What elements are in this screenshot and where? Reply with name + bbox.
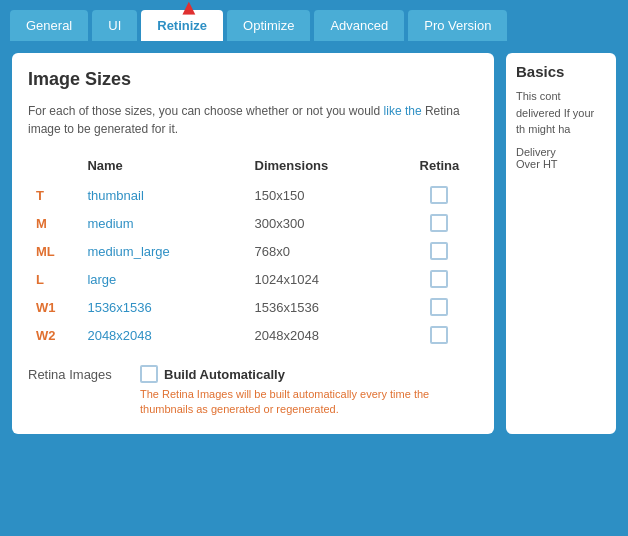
tab-bar: ▼ General UI Retinize Optimize Advanced … xyxy=(0,0,628,41)
row-name: large xyxy=(79,265,246,293)
row-retina-checkbox[interactable] xyxy=(430,214,448,232)
row-dimensions: 768x0 xyxy=(247,237,401,265)
tab-advanced[interactable]: Advanced xyxy=(314,10,404,41)
row-dimensions: 1536x1536 xyxy=(247,293,401,321)
row-retina-checkbox-cell[interactable] xyxy=(401,181,478,209)
right-panel: Basics This cont delivered If your th mi… xyxy=(506,53,616,434)
retina-images-label: Retina Images xyxy=(28,365,128,382)
build-auto-text: Build Automatically xyxy=(164,367,285,382)
row-name-link[interactable]: 2048x2048 xyxy=(87,328,151,343)
right-panel-link-2: Over HT xyxy=(516,158,606,170)
table-row: W2 2048x2048 2048x2048 xyxy=(28,321,478,349)
tab-pro-version[interactable]: Pro Version xyxy=(408,10,507,41)
row-shortcode: T xyxy=(28,181,79,209)
col-header-name: Name xyxy=(79,154,246,181)
row-name-link[interactable]: medium_large xyxy=(87,244,169,259)
main-content: Image Sizes For each of those sizes, you… xyxy=(0,41,628,446)
row-retina-checkbox[interactable] xyxy=(430,326,448,344)
row-retina-checkbox[interactable] xyxy=(430,186,448,204)
row-retina-checkbox-cell[interactable] xyxy=(401,265,478,293)
arrow-indicator: ▼ xyxy=(178,0,200,20)
build-auto-checkbox[interactable] xyxy=(140,365,158,383)
col-header-dimensions: Dimensions xyxy=(247,154,401,181)
row-shortcode: L xyxy=(28,265,79,293)
row-retina-checkbox[interactable] xyxy=(430,270,448,288)
row-retina-checkbox-cell[interactable] xyxy=(401,237,478,265)
table-row: T thumbnail 150x150 xyxy=(28,181,478,209)
sizes-table: Name Dimensions Retina T thumbnail 150x1… xyxy=(28,154,478,349)
row-retina-checkbox-cell[interactable] xyxy=(401,321,478,349)
row-name: 2048x2048 xyxy=(79,321,246,349)
tab-optimize[interactable]: Optimize xyxy=(227,10,310,41)
build-auto-desc: The Retina Images will be built automati… xyxy=(140,387,478,418)
row-retina-checkbox-cell[interactable] xyxy=(401,209,478,237)
row-name-link[interactable]: medium xyxy=(87,216,133,231)
row-retina-checkbox-cell[interactable] xyxy=(401,293,478,321)
row-retina-checkbox[interactable] xyxy=(430,242,448,260)
build-auto-section: Build Automatically The Retina Images wi… xyxy=(140,365,478,418)
row-name-link[interactable]: large xyxy=(87,272,116,287)
tab-general[interactable]: General xyxy=(10,10,88,41)
panel-title: Image Sizes xyxy=(28,69,478,90)
left-panel: Image Sizes For each of those sizes, you… xyxy=(12,53,494,434)
tab-ui[interactable]: UI xyxy=(92,10,137,41)
row-shortcode: ML xyxy=(28,237,79,265)
row-retina-checkbox[interactable] xyxy=(430,298,448,316)
retina-images-row: Retina Images Build Automatically The Re… xyxy=(28,365,478,418)
right-panel-link-1: Delivery xyxy=(516,146,606,158)
right-panel-title: Basics xyxy=(516,63,606,80)
build-auto-label[interactable]: Build Automatically xyxy=(140,365,478,383)
row-shortcode: M xyxy=(28,209,79,237)
intro-link[interactable]: like the xyxy=(384,104,422,118)
row-shortcode: W1 xyxy=(28,293,79,321)
col-header-retina: Retina xyxy=(401,154,478,181)
row-name: 1536x1536 xyxy=(79,293,246,321)
row-name: medium_large xyxy=(79,237,246,265)
row-dimensions: 1024x1024 xyxy=(247,265,401,293)
table-row: ML medium_large 768x0 xyxy=(28,237,478,265)
row-name-link[interactable]: thumbnail xyxy=(87,188,143,203)
table-row: L large 1024x1024 xyxy=(28,265,478,293)
row-dimensions: 150x150 xyxy=(247,181,401,209)
row-shortcode: W2 xyxy=(28,321,79,349)
table-row: W1 1536x1536 1536x1536 xyxy=(28,293,478,321)
row-dimensions: 300x300 xyxy=(247,209,401,237)
row-name: thumbnail xyxy=(79,181,246,209)
right-panel-text-1: This cont delivered If your th might ha xyxy=(516,88,606,138)
intro-text: For each of those sizes, you can choose … xyxy=(28,102,478,138)
row-name-link[interactable]: 1536x1536 xyxy=(87,300,151,315)
table-row: M medium 300x300 xyxy=(28,209,478,237)
row-name: medium xyxy=(79,209,246,237)
row-dimensions: 2048x2048 xyxy=(247,321,401,349)
